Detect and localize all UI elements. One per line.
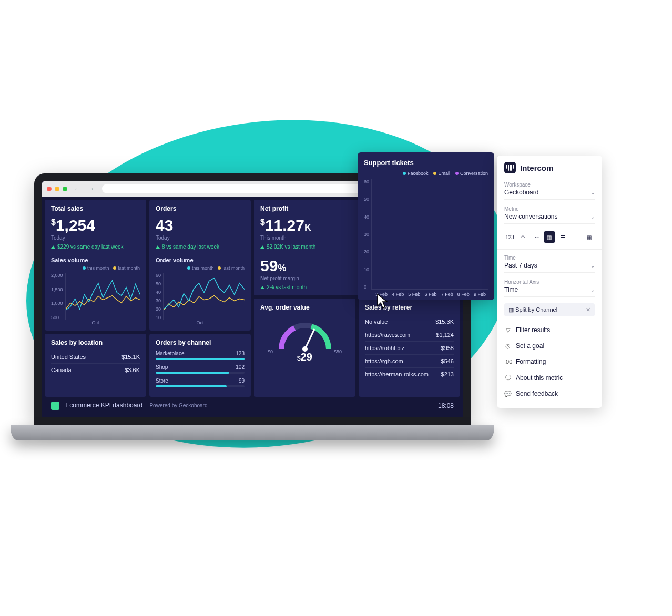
window-max-icon[interactable] [63, 187, 67, 191]
split-chip[interactable]: ▥ Split by Channel ✕ [504, 303, 595, 316]
support-tickets-card: Support tickets Facebook Email Conversat… [358, 152, 494, 300]
clock: 18:08 [438, 402, 454, 409]
workspace-select[interactable]: Geckoboard⌄ [504, 188, 595, 200]
target-icon: ◎ [504, 343, 512, 350]
viz-leaderboard-button[interactable]: ☰ [557, 231, 568, 243]
avg-order-card: Avg. order value $0 [254, 299, 355, 397]
chevron-down-icon: ⌄ [590, 214, 595, 220]
card-title: Sales by location [51, 339, 140, 346]
field-label: Workspace [504, 182, 595, 188]
viz-number-button[interactable]: 123 [504, 231, 515, 243]
viz-gauge-button[interactable]: ◠ [517, 231, 528, 243]
table-row: https://herman-rolks.com$213 [365, 368, 454, 381]
powered-by-label: Powered by Geckoboard [149, 403, 207, 408]
subchart-title: Sales volume [51, 257, 140, 263]
table-row: https://rawes.com$1,124 [365, 328, 454, 342]
svg-point-1 [302, 346, 308, 352]
send-feedback-button[interactable]: 💬Send feedback [497, 386, 602, 402]
decimal-icon: .00 [504, 358, 512, 365]
about-metric-button[interactable]: ⓘAbout this metric [497, 369, 602, 386]
caret-up-icon [260, 286, 264, 289]
card-title: Orders by channel [156, 339, 245, 346]
card-title: Support tickets [364, 159, 488, 167]
table-row: United States$15.1K [51, 351, 140, 364]
nav-back-icon[interactable]: ← [74, 184, 81, 193]
geckoboard-logo-icon [51, 402, 59, 410]
legend-dot-icon [433, 172, 436, 175]
bar-icon: ▥ [508, 306, 515, 313]
chevron-down-icon: ⌄ [590, 287, 595, 293]
orders-channel-card: Orders by channel Marketplace123 Shop102… [149, 334, 251, 397]
orders-card: Orders 43 Today 8 vs same day last week … [149, 200, 251, 331]
metric-select[interactable]: New conversations⌄ [504, 212, 595, 224]
legend: Facebook Email Conversation [364, 171, 488, 176]
chevron-down-icon: ⌄ [590, 263, 595, 269]
cursor-icon [376, 293, 390, 313]
viz-table-button[interactable]: ▦ [584, 231, 595, 243]
laptop-base [11, 425, 494, 440]
card-title: Total sales [51, 205, 140, 212]
svg-line-0 [305, 329, 314, 349]
info-icon: ⓘ [504, 374, 512, 382]
filter-icon: ▽ [504, 327, 512, 334]
delta-label: 8 vs same day last week [156, 244, 245, 250]
viz-line-button[interactable]: 〰 [531, 231, 542, 243]
sales-referer-card: Sales by referer No value$15.3K https://… [359, 299, 460, 397]
legend: this month last month [156, 265, 245, 271]
total-sales-value: $1,254 [51, 217, 140, 234]
sales-volume-chart [65, 273, 140, 320]
sales-location-card: Sales by location United States$15.1K Ca… [45, 334, 146, 397]
field-label: Time [504, 255, 595, 261]
table-row: https://robht.biz$958 [365, 342, 454, 355]
caret-up-icon [51, 245, 55, 249]
viz-list-button[interactable]: ≔ [571, 231, 582, 243]
dashboard-title: Ecommerce KPI dashboard [65, 402, 142, 409]
dashboard-footer: Ecommerce KPI dashboard Powered by Gecko… [45, 397, 460, 414]
haxis-select[interactable]: Time⌄ [504, 285, 595, 297]
legend: this month last month [51, 265, 140, 271]
legend-dot-icon [403, 172, 406, 175]
filter-results-button[interactable]: ▽Filter results [497, 322, 602, 338]
time-select[interactable]: Past 7 days⌄ [504, 261, 595, 273]
formatting-button[interactable]: .00Formatting [497, 354, 602, 369]
legend-dot-icon [113, 266, 116, 270]
card-title: Avg. order value [260, 304, 349, 311]
set-goal-button[interactable]: ◎Set a goal [497, 338, 602, 354]
orders-value: 43 [156, 217, 245, 234]
table-row: https://rgh.com$546 [365, 355, 454, 368]
subchart-title: Order volume [156, 257, 245, 263]
bar-row: Store99 [156, 378, 245, 387]
intercom-logo-icon [504, 162, 516, 173]
field-label: Metric [504, 206, 595, 212]
legend-dot-icon [187, 266, 190, 270]
viz-bar-button[interactable]: ▥ [544, 231, 555, 243]
total-sales-card: Total sales $1,254 Today $229 vs same da… [45, 200, 146, 331]
support-bar-chart [371, 179, 488, 290]
viz-type-selector: 123 ◠ 〰 ▥ ☰ ≔ ▦ [497, 227, 602, 247]
intercom-settings-panel: Intercom Workspace Geckoboard⌄ Metric Ne… [497, 156, 602, 408]
chat-icon: 💬 [504, 391, 512, 397]
period-label: Today [156, 235, 245, 241]
legend-dot-icon [218, 266, 221, 270]
caret-up-icon [156, 245, 160, 249]
period-label: Today [51, 235, 140, 241]
legend-dot-icon [83, 266, 86, 270]
field-label: Horizontal Axis [504, 279, 595, 285]
remove-split-icon[interactable]: ✕ [586, 306, 590, 313]
table-row: No value$15.3K [365, 315, 454, 328]
window-close-icon[interactable] [47, 187, 52, 191]
table-row: Canada$3.6K [51, 364, 140, 376]
legend-dot-icon [455, 172, 459, 175]
gauge-chart [273, 317, 337, 349]
window-min-icon[interactable] [55, 187, 59, 191]
panel-title: Intercom [520, 163, 553, 172]
bar-row: Marketplace123 [156, 351, 245, 360]
delta-label: $229 vs same day last week [51, 244, 140, 250]
chevron-down-icon: ⌄ [590, 190, 595, 196]
caret-up-icon [260, 245, 264, 249]
card-title: Orders [156, 205, 245, 212]
nav-forward-icon[interactable]: → [87, 184, 95, 193]
bar-row: Shop102 [156, 364, 245, 374]
order-volume-chart [163, 273, 245, 320]
